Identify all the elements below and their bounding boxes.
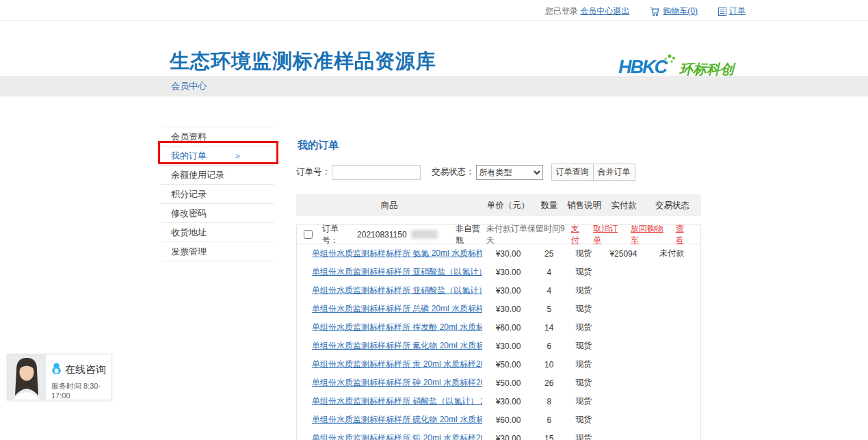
product-link[interactable]: 单组份水质监测标样标样所 汞 20ml 水质标样202051 — [312, 359, 482, 369]
orders-table-header: 商品 单价（元） 数量 销售说明 实付款 交易状态 — [296, 194, 701, 216]
trade-status: 未付款 — [643, 248, 700, 259]
table-row: 单组份水质监测标样标样所 硫化物 20ml 水质标样205544 ¥60.00 … — [297, 411, 700, 429]
sidebar-item-member-profile[interactable]: 会员资料 — [161, 127, 274, 146]
quantity: 26 — [534, 378, 564, 388]
header-unit-price: 单价（元） — [482, 200, 534, 211]
sales-note: 现货 — [564, 248, 604, 259]
view-order-link[interactable]: 查看 — [676, 223, 691, 246]
product-link[interactable]: 单组份水质监测标样标样所 硝酸盐（以氮计） 20ml 水质标样200850 — [312, 396, 482, 406]
site-logo-text[interactable]: 生态环境监测标准样品资源库 — [170, 48, 436, 75]
order-block: 订单号：20210831150 非自营瓶 未付款订单保留时间9天 支付 取消订单… — [296, 224, 701, 440]
product-link[interactable]: 单组份水质监测标样标样所 氟化物 20ml 水质标样201757 — [312, 341, 482, 350]
order-retention-note: 未付款订单保留时间9天 — [486, 223, 567, 246]
member-center-logout-link[interactable]: 会员中心退出 — [580, 5, 629, 17]
chat-title: 在线咨询 — [65, 363, 106, 376]
breadcrumb-bar: 会员中心 — [0, 76, 868, 96]
table-row: 单组份水质监测标样标样所 氟化物 20ml 水质标样201757 ¥30.00 … — [297, 337, 700, 355]
table-row: 单组份水质监测标样标样所 总磷 20ml 水质标样203997 ¥30.00 5… — [297, 300, 700, 318]
order-no-label: 订单号： — [322, 223, 353, 246]
pay-link[interactable]: 支付 — [571, 223, 586, 246]
header-paid-amount: 实付款 — [604, 200, 644, 211]
trade-status-select[interactable]: 所有类型 — [476, 165, 543, 180]
table-row: 单组份水质监测标样标样所 亚硝酸盐（以氮计） 20ml 水质标样200644 ¥… — [297, 281, 700, 300]
table-row: 单组份水质监测标样标样所 砷 20ml 水质标样200455 ¥50.00 26… — [297, 374, 700, 392]
product-link[interactable]: 单组份水质监测标样标样所 砷 20ml 水质标样200455 — [312, 378, 482, 387]
unit-price: ¥30.00 — [482, 341, 534, 351]
sales-note: 现货 — [564, 414, 604, 426]
product-link[interactable]: 单组份水质监测标样标样所 铅 20ml 水质标样201240 — [312, 433, 482, 440]
cancel-order-link[interactable]: 取消订单 — [593, 223, 624, 246]
sales-note: 现货 — [564, 396, 604, 407]
trade-status-label: 交易状态： — [432, 166, 475, 178]
sales-note: 现货 — [564, 340, 604, 352]
sidebar-item-balance-records[interactable]: 余额使用记录 — [161, 166, 274, 185]
product-link[interactable]: 单组份水质监测标样标样所 挥发酚 20ml 水质标样200364 — [312, 322, 482, 332]
table-row: 单组份水质监测标样标样所 铅 20ml 水质标样201240 ¥30.00 15… — [297, 429, 700, 440]
quantity: 4 — [534, 286, 564, 296]
company-logo: HBKC 环标科创 — [618, 53, 734, 77]
brand-abbr: HBKC — [618, 58, 666, 77]
order-filter-row: 订单号： 交易状态： 所有类型 订单查询 合并订单 — [296, 164, 701, 181]
sales-note: 现货 — [564, 303, 604, 315]
quantity: 15 — [534, 434, 564, 440]
chevron-right-icon: > — [235, 146, 239, 166]
order-tag: 非自营瓶 — [456, 223, 486, 246]
quantity: 25 — [534, 249, 564, 259]
sidebar-item-change-password[interactable]: 修改密码 — [161, 204, 274, 223]
product-link[interactable]: 单组份水质监测标样标样所 亚硝酸盐（以氮计） 20ml 水质标样200644 — [312, 285, 482, 295]
unit-price: ¥30.00 — [482, 434, 534, 440]
unit-price: ¥60.00 — [482, 415, 534, 425]
chat-hours: 服务时间 8:30-17:00 — [51, 381, 111, 400]
unit-price: ¥30.00 — [482, 249, 534, 259]
unit-price: ¥30.00 — [482, 286, 534, 296]
member-sidebar: 会员资料 我的订单 > 余额使用记录 积分记录 修改密码 收货地址 发票管理 — [161, 127, 274, 261]
sidebar-item-points-records[interactable]: 积分记录 — [161, 185, 274, 204]
quantity: 4 — [534, 268, 564, 277]
order-search-button[interactable]: 订单查询 — [551, 164, 594, 181]
table-row: 单组份水质监测标样标样所 亚硝酸盐（以氮计） 20ml 水质标样200643 ¥… — [297, 263, 700, 281]
header-product: 商品 — [296, 200, 482, 211]
page-title: 我的订单 — [298, 139, 701, 152]
sidebar-item-my-orders[interactable]: 我的订单 > — [161, 146, 274, 166]
site-header: 生态环境监测标准样品资源库 HBKC 环标科创 - 产品分类 首页 产品查询 新… — [0, 21, 868, 75]
sales-note: 现货 — [564, 266, 604, 278]
cart-icon — [650, 7, 660, 16]
order-no-input[interactable] — [332, 165, 421, 180]
unit-price: ¥30.00 — [482, 305, 534, 314]
return-to-cart-link[interactable]: 放回购物车 — [631, 223, 669, 246]
quantity: 6 — [534, 415, 564, 425]
brand-dots-icon — [663, 53, 677, 68]
brand-name: 环标科创 — [679, 62, 734, 77]
unit-price: ¥60.00 — [482, 323, 534, 333]
header-trade-status: 交易状态 — [644, 200, 701, 211]
unit-price: ¥30.00 — [482, 397, 534, 406]
table-row: 单组份水质监测标样标样所 挥发酚 20ml 水质标样200364 ¥60.00 … — [297, 318, 700, 337]
quantity: 8 — [534, 397, 564, 406]
sales-note: 现货 — [564, 377, 604, 389]
logged-in-text: 您已登录 — [545, 5, 578, 17]
quantity: 6 — [534, 341, 564, 351]
online-chat-widget[interactable]: 在线咨询 服务时间 8:30-17:00 — [7, 354, 112, 400]
paid-amount: ¥25094 — [604, 249, 644, 259]
header-sales-note: 销售说明 — [564, 200, 604, 211]
sales-note: 现货 — [564, 359, 604, 370]
product-link[interactable]: 单组份水质监测标样标样所 硫化物 20ml 水质标样205544 — [312, 415, 482, 424]
product-link[interactable]: 单组份水质监测标样标样所 总磷 20ml 水质标样203997 — [312, 304, 482, 313]
sidebar-item-invoice-management[interactable]: 发票管理 — [161, 242, 274, 261]
breadcrumb[interactable]: 会员中心 — [171, 76, 207, 96]
sales-note: 现货 — [564, 322, 604, 333]
unit-price: ¥50.00 — [482, 378, 534, 388]
unit-price: ¥30.00 — [482, 268, 534, 277]
order-checkbox[interactable] — [304, 230, 313, 239]
cart-link[interactable]: 购物车(0) — [663, 5, 698, 17]
orders-link[interactable]: 订单 — [729, 5, 746, 17]
merge-orders-button[interactable]: 合并订单 — [593, 164, 635, 181]
product-link[interactable]: 单组份水质监测标样标样所 氨氮 20ml 水质标样2005153 — [312, 248, 482, 258]
table-row: 单组份水质监测标样标样所 硝酸盐（以氮计） 20ml 水质标样200850 ¥3… — [297, 392, 700, 411]
product-link[interactable]: 单组份水质监测标样标样所 亚硝酸盐（以氮计） 20ml 水质标样200643 — [312, 267, 482, 276]
sales-note: 现货 — [564, 432, 604, 440]
order-no-value: 20210831150 — [357, 230, 407, 240]
sidebar-item-shipping-address[interactable]: 收货地址 — [161, 223, 274, 242]
sales-note: 现货 — [564, 285, 604, 296]
table-row: 单组份水质监测标样标样所 汞 20ml 水质标样202051 ¥50.00 10… — [297, 355, 700, 374]
